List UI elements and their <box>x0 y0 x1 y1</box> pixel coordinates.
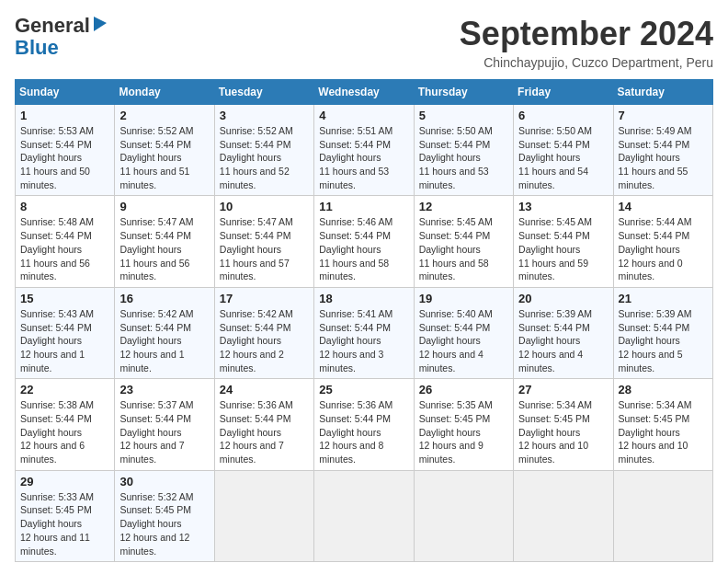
calendar-cell <box>514 470 613 561</box>
day-number: 27 <box>518 383 608 396</box>
calendar-cell: 24 Sunrise: 5:36 AM Sunset: 5:44 PM Dayl… <box>214 379 313 470</box>
day-number: 13 <box>518 200 608 213</box>
day-number: 9 <box>119 200 209 213</box>
calendar-cell: 10 Sunrise: 5:47 AM Sunset: 5:44 PM Dayl… <box>214 196 313 287</box>
day-info: Sunrise: 5:52 AM Sunset: 5:44 PM Dayligh… <box>220 124 309 191</box>
day-number: 26 <box>419 383 508 396</box>
calendar-cell: 22 Sunrise: 5:38 AM Sunset: 5:44 PM Dayl… <box>16 379 115 470</box>
weekday-header-monday: Monday <box>115 80 214 105</box>
day-info: Sunrise: 5:53 AM Sunset: 5:44 PM Dayligh… <box>20 124 109 191</box>
weekday-header-thursday: Thursday <box>414 80 513 105</box>
day-number: 20 <box>518 292 608 305</box>
calendar-cell: 11 Sunrise: 5:46 AM Sunset: 5:44 PM Dayl… <box>314 196 414 287</box>
logo-arrow-icon <box>92 15 108 37</box>
day-number: 29 <box>20 475 109 488</box>
calendar-cell: 28 Sunrise: 5:34 AM Sunset: 5:45 PM Dayl… <box>613 379 712 470</box>
day-number: 12 <box>419 200 508 213</box>
calendar-cell <box>613 470 712 561</box>
day-info: Sunrise: 5:42 AM Sunset: 5:44 PM Dayligh… <box>220 307 309 374</box>
day-number: 23 <box>119 383 209 396</box>
day-info: Sunrise: 5:45 AM Sunset: 5:44 PM Dayligh… <box>518 215 608 282</box>
day-info: Sunrise: 5:52 AM Sunset: 5:44 PM Dayligh… <box>119 124 209 191</box>
day-info: Sunrise: 5:39 AM Sunset: 5:44 PM Dayligh… <box>518 307 608 374</box>
day-number: 30 <box>119 475 209 488</box>
day-number: 19 <box>419 292 508 305</box>
calendar-cell: 16 Sunrise: 5:42 AM Sunset: 5:44 PM Dayl… <box>115 287 214 378</box>
calendar-cell: 21 Sunrise: 5:39 AM Sunset: 5:44 PM Dayl… <box>613 287 712 378</box>
day-number: 6 <box>518 109 608 122</box>
day-number: 2 <box>119 109 209 122</box>
calendar-cell: 30 Sunrise: 5:32 AM Sunset: 5:45 PM Dayl… <box>115 470 214 561</box>
title-block: September 2024 Chinchaypujio, Cuzco Depa… <box>460 15 713 70</box>
logo: General Blue <box>15 15 108 59</box>
day-info: Sunrise: 5:40 AM Sunset: 5:44 PM Dayligh… <box>419 307 508 374</box>
day-info: Sunrise: 5:46 AM Sunset: 5:44 PM Dayligh… <box>319 215 408 282</box>
svg-marker-0 <box>94 17 107 31</box>
calendar-cell: 1 Sunrise: 5:53 AM Sunset: 5:44 PM Dayli… <box>16 105 115 196</box>
calendar-cell: 6 Sunrise: 5:50 AM Sunset: 5:44 PM Dayli… <box>514 105 613 196</box>
day-info: Sunrise: 5:36 AM Sunset: 5:44 PM Dayligh… <box>319 398 408 465</box>
day-info: Sunrise: 5:36 AM Sunset: 5:44 PM Dayligh… <box>220 398 309 465</box>
day-info: Sunrise: 5:50 AM Sunset: 5:44 PM Dayligh… <box>518 124 608 191</box>
day-number: 3 <box>220 109 309 122</box>
day-info: Sunrise: 5:48 AM Sunset: 5:44 PM Dayligh… <box>20 215 109 282</box>
day-number: 17 <box>220 292 309 305</box>
day-info: Sunrise: 5:39 AM Sunset: 5:44 PM Dayligh… <box>619 307 708 374</box>
day-info: Sunrise: 5:42 AM Sunset: 5:44 PM Dayligh… <box>119 307 209 374</box>
day-number: 7 <box>619 109 708 122</box>
logo-general: General <box>15 15 90 37</box>
weekday-header-friday: Friday <box>514 80 613 105</box>
day-info: Sunrise: 5:35 AM Sunset: 5:45 PM Dayligh… <box>419 398 508 465</box>
day-number: 24 <box>220 383 309 396</box>
calendar-cell: 26 Sunrise: 5:35 AM Sunset: 5:45 PM Dayl… <box>414 379 513 470</box>
day-number: 4 <box>319 109 408 122</box>
calendar-cell: 4 Sunrise: 5:51 AM Sunset: 5:44 PM Dayli… <box>314 105 414 196</box>
day-number: 10 <box>220 200 309 213</box>
day-number: 8 <box>20 200 109 213</box>
calendar-cell: 25 Sunrise: 5:36 AM Sunset: 5:44 PM Dayl… <box>314 379 414 470</box>
day-info: Sunrise: 5:45 AM Sunset: 5:44 PM Dayligh… <box>419 215 508 282</box>
day-info: Sunrise: 5:47 AM Sunset: 5:44 PM Dayligh… <box>119 215 209 282</box>
day-number: 22 <box>20 383 109 396</box>
calendar-cell: 18 Sunrise: 5:41 AM Sunset: 5:44 PM Dayl… <box>314 287 414 378</box>
weekday-header-tuesday: Tuesday <box>214 80 313 105</box>
calendar-cell <box>214 470 313 561</box>
day-number: 28 <box>619 383 708 396</box>
calendar-cell: 2 Sunrise: 5:52 AM Sunset: 5:44 PM Dayli… <box>115 105 214 196</box>
day-info: Sunrise: 5:41 AM Sunset: 5:44 PM Dayligh… <box>319 307 408 374</box>
day-info: Sunrise: 5:34 AM Sunset: 5:45 PM Dayligh… <box>518 398 608 465</box>
location-title: Chinchaypujio, Cuzco Department, Peru <box>460 55 713 70</box>
calendar-cell: 5 Sunrise: 5:50 AM Sunset: 5:44 PM Dayli… <box>414 105 513 196</box>
calendar-cell: 12 Sunrise: 5:45 AM Sunset: 5:44 PM Dayl… <box>414 196 513 287</box>
day-info: Sunrise: 5:38 AM Sunset: 5:44 PM Dayligh… <box>20 398 109 465</box>
day-info: Sunrise: 5:49 AM Sunset: 5:44 PM Dayligh… <box>619 124 708 191</box>
calendar-table: SundayMondayTuesdayWednesdayThursdayFrid… <box>15 79 713 562</box>
weekday-header-sunday: Sunday <box>16 80 115 105</box>
day-info: Sunrise: 5:44 AM Sunset: 5:44 PM Dayligh… <box>619 215 708 282</box>
calendar-cell: 17 Sunrise: 5:42 AM Sunset: 5:44 PM Dayl… <box>214 287 313 378</box>
day-info: Sunrise: 5:32 AM Sunset: 5:45 PM Dayligh… <box>119 490 209 557</box>
calendar-cell: 9 Sunrise: 5:47 AM Sunset: 5:44 PM Dayli… <box>115 196 214 287</box>
calendar-cell <box>414 470 513 561</box>
calendar-cell: 13 Sunrise: 5:45 AM Sunset: 5:44 PM Dayl… <box>514 196 613 287</box>
calendar-cell: 19 Sunrise: 5:40 AM Sunset: 5:44 PM Dayl… <box>414 287 513 378</box>
day-number: 1 <box>20 109 109 122</box>
calendar-cell: 27 Sunrise: 5:34 AM Sunset: 5:45 PM Dayl… <box>514 379 613 470</box>
calendar-cell: 3 Sunrise: 5:52 AM Sunset: 5:44 PM Dayli… <box>214 105 313 196</box>
calendar-cell <box>314 470 414 561</box>
calendar-cell: 20 Sunrise: 5:39 AM Sunset: 5:44 PM Dayl… <box>514 287 613 378</box>
calendar-cell: 14 Sunrise: 5:44 AM Sunset: 5:44 PM Dayl… <box>613 196 712 287</box>
day-number: 14 <box>619 200 708 213</box>
day-number: 18 <box>319 292 408 305</box>
day-number: 25 <box>319 383 408 396</box>
calendar-cell: 7 Sunrise: 5:49 AM Sunset: 5:44 PM Dayli… <box>613 105 712 196</box>
day-number: 21 <box>619 292 708 305</box>
weekday-header-saturday: Saturday <box>613 80 712 105</box>
day-info: Sunrise: 5:37 AM Sunset: 5:44 PM Dayligh… <box>119 398 209 465</box>
logo-blue: Blue <box>15 36 59 59</box>
calendar-cell: 23 Sunrise: 5:37 AM Sunset: 5:44 PM Dayl… <box>115 379 214 470</box>
day-number: 5 <box>419 109 508 122</box>
day-number: 16 <box>119 292 209 305</box>
day-info: Sunrise: 5:50 AM Sunset: 5:44 PM Dayligh… <box>419 124 508 191</box>
day-info: Sunrise: 5:51 AM Sunset: 5:44 PM Dayligh… <box>319 124 408 191</box>
